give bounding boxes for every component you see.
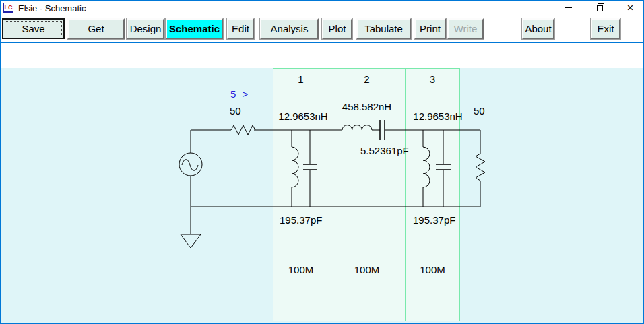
source-impedance-label: 50 [230, 105, 241, 117]
l2-value-label: 458.582nH [329, 101, 405, 112]
analysis-button[interactable]: Analysis [260, 18, 319, 39]
toolbar-divider [0, 42, 644, 43]
section-2-number: 2 [329, 73, 405, 85]
window-border-top [0, 0, 644, 1]
filter-order-marker: 5 > [230, 88, 248, 100]
close-button[interactable]: × [619, 0, 641, 15]
schematic-button[interactable]: Schematic [166, 18, 223, 39]
window-border-left [0, 0, 1, 324]
c2-value-label: 5.52361pF [360, 145, 409, 156]
plot-button[interactable]: Plot [322, 18, 352, 39]
l1-value-label: 12.9653nH [273, 110, 333, 122]
save-button[interactable]: Save [2, 18, 65, 39]
section-1-frequency: 100M [273, 264, 329, 276]
section-2-frequency: 100M [329, 264, 405, 276]
design-button[interactable]: Design [127, 18, 164, 39]
minimize-button[interactable] [558, 0, 578, 15]
get-button[interactable]: Get [67, 18, 125, 39]
write-button: Write [447, 18, 484, 39]
app-icon: LC [3, 3, 13, 13]
tabulate-button[interactable]: Tabulate [356, 18, 411, 39]
about-button[interactable]: About [522, 18, 554, 39]
toolbar: Save Get Design Schematic Edit Analysis … [0, 16, 644, 42]
section-divider-2-3 [405, 68, 406, 321]
c1-value-label: 195.37pF [280, 214, 322, 226]
section-1-number: 1 [273, 73, 329, 85]
restore-icon [597, 5, 603, 11]
window-title: Elsie - Schematic [18, 3, 86, 13]
exit-button[interactable]: Exit [591, 18, 620, 39]
app-icon-label: LC [5, 4, 13, 11]
section-3-frequency: 100M [405, 264, 460, 276]
l3-value-label: 12.9653nH [408, 110, 468, 122]
c3-value-label: 195.37pF [413, 214, 455, 226]
load-impedance-label: 50 [474, 105, 485, 117]
print-button[interactable]: Print [414, 18, 446, 39]
minimize-icon [565, 7, 572, 8]
edit-button[interactable]: Edit [227, 18, 254, 39]
titlebar: LC Elsie - Schematic × [0, 0, 644, 16]
restore-button[interactable] [589, 0, 610, 15]
section-3-number: 3 [405, 73, 460, 85]
